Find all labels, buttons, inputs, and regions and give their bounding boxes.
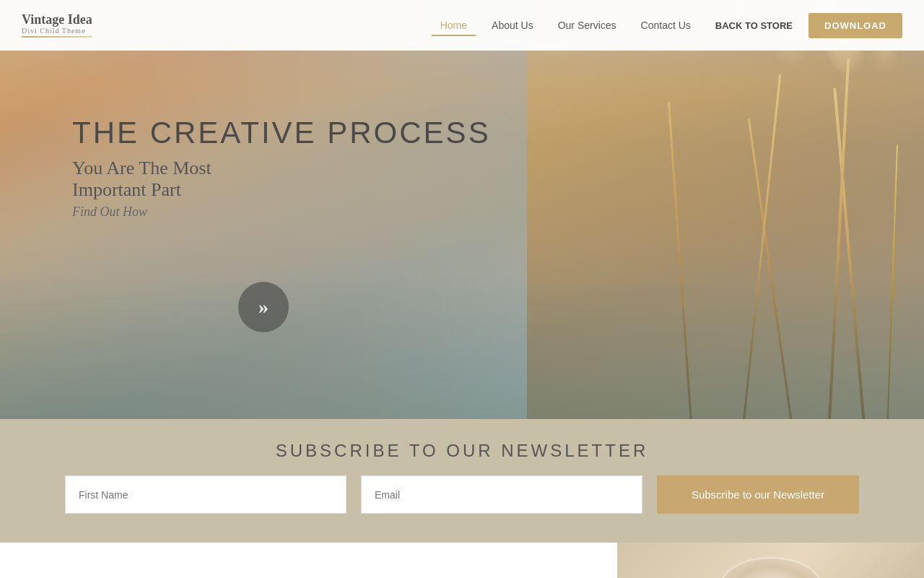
hero-tagline: Find Out How xyxy=(72,204,491,220)
landscape-overlay xyxy=(0,275,924,419)
newsletter-title: SUBSCRIBE TO OUR NEWSLETTER xyxy=(276,441,649,461)
newsletter-section: SUBSCRIBE TO OUR NEWSLETTER Subscribe to… xyxy=(0,419,924,543)
services-section: OUR SERVICES xyxy=(0,543,924,578)
newsletter-form: Subscribe to our Newsletter xyxy=(65,475,859,514)
hero-title: THE CREATIVE PROCESS xyxy=(72,116,491,150)
nav-link-back-store[interactable]: BACK TO STORE xyxy=(707,17,801,35)
nav-link-about[interactable]: About Us xyxy=(483,16,542,35)
nav-item-back-store[interactable]: BACK TO STORE xyxy=(707,19,801,32)
services-decorative-shape xyxy=(720,557,821,578)
nav-links: Home About Us Our Services Contact Us BA… xyxy=(432,19,902,32)
nav-link-contact[interactable]: Contact Us xyxy=(632,16,699,35)
hero-section: THE CREATIVE PROCESS You Are The Most Im… xyxy=(0,0,924,419)
nav-item-about[interactable]: About Us xyxy=(483,19,542,32)
services-right-visual xyxy=(617,543,924,578)
hero-subtitle: You Are The Most Important Part xyxy=(72,158,491,201)
nav-link-home[interactable]: Home xyxy=(432,16,476,36)
logo[interactable]: Vintage Idea Divi Child Theme xyxy=(22,13,92,38)
services-title: OUR SERVICES xyxy=(58,574,256,578)
main-nav: Vintage Idea Divi Child Theme Home About… xyxy=(0,0,924,51)
nav-link-services[interactable]: Our Services xyxy=(549,16,625,35)
email-input[interactable] xyxy=(361,475,642,514)
services-left: OUR SERVICES xyxy=(0,543,617,578)
subscribe-button[interactable]: Subscribe to our Newsletter xyxy=(657,475,859,514)
nav-link-download[interactable]: DOWNLOAD xyxy=(808,13,902,38)
nav-item-services[interactable]: Our Services xyxy=(549,19,625,32)
firstname-input[interactable] xyxy=(65,475,346,514)
nav-item-contact[interactable]: Contact Us xyxy=(632,19,699,32)
logo-subtitle: Divi Child Theme xyxy=(22,27,92,35)
nav-item-download[interactable]: DOWNLOAD xyxy=(808,19,902,32)
logo-line xyxy=(22,36,92,38)
nav-item-home[interactable]: Home xyxy=(432,19,476,32)
logo-title: Vintage Idea xyxy=(22,13,92,27)
hero-content: THE CREATIVE PROCESS You Are The Most Im… xyxy=(72,116,491,220)
